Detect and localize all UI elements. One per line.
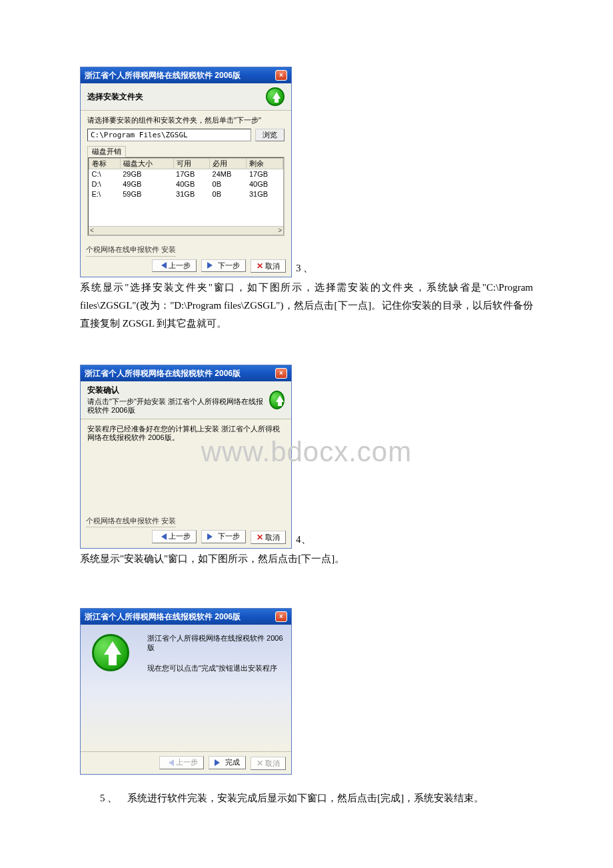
col-need: 必用 <box>210 158 247 169</box>
step3-text: 系统显示"选择安装文件夹"窗口，如下图所示，选择需安装的文件夹，系统缺省是"C:… <box>80 279 533 333</box>
disk-panel: 卷标 磁盘大小 可用 必用 剩余 C:\ 29GB 17GB 24MB <box>87 157 285 237</box>
next-button[interactable]: 下一步 <box>201 259 246 272</box>
dialog-footer: 上一步 完成 ✕取消 <box>81 751 291 774</box>
x-icon: ✕ <box>257 261 263 271</box>
x-icon: ✕ <box>257 533 263 542</box>
dialog-heading: 选择安装文件夹 <box>87 92 143 101</box>
dialog-body: 浙江省个人所得税网络在线报税软件 2006版 现在您可以点击"完成"按钮退出安装… <box>81 625 291 751</box>
dialog-subheading: 请点击"下一步"开始安装 浙江省个人所得税网络在线报税软件 2006版 <box>87 397 269 415</box>
scrollbar-stub[interactable]: <> <box>89 226 283 235</box>
dialog-body: 安装程序已经准备好在您的计算机上安装 浙江省个人所得税网络在线报税软件 2006… <box>81 419 291 513</box>
dialog-footer: 个税网络在线申报软件 安装 上一步 下一步 ✕取消 <box>81 241 291 277</box>
titlebar: 浙江省个人所得税网络在线报税软件 2006版 × <box>81 67 291 83</box>
footer-label: 个税网络在线申报软件 安装 <box>86 517 176 527</box>
col-size: 磁盘大小 <box>120 158 173 169</box>
installer-dialog-confirm: 浙江省个人所得税网络在线报税软件 2006版 × 安装确认 请点击"下一步"开始… <box>80 365 292 549</box>
cancel-button[interactable]: ✕取消 <box>251 259 286 273</box>
step4-number: 4、 <box>296 531 311 549</box>
dialog-header: 安装确认 请点击"下一步"开始安装 浙江省个人所得税网络在线报税软件 2006版 <box>81 381 291 419</box>
dialog-footer: 个税网络在线申报软件 安装 上一步 下一步 ✕取消 <box>81 513 291 548</box>
window-title: 浙江省个人所得税网络在线报税软件 2006版 <box>85 369 241 378</box>
installer-dialog-finish: 浙江省个人所得税网络在线报税软件 2006版 × 浙江省个人所得税网络在线报税软… <box>80 608 292 775</box>
step5-number: 5 、 <box>100 793 117 803</box>
close-icon[interactable]: × <box>275 611 287 622</box>
window-title: 浙江省个人所得税网络在线报税软件 2006版 <box>85 71 241 80</box>
table-row: E:\ 59GB 31GB 0B 31GB <box>89 189 283 199</box>
step3-number: 3 、 <box>296 259 313 277</box>
close-icon[interactable]: × <box>275 70 287 81</box>
step4-text: 系统显示"安装确认"窗口，如下图所示，然后点击[下一点]。 <box>80 550 533 568</box>
finish-line2: 现在您可以点击"完成"按钮退出安装程序 <box>147 664 285 673</box>
dialog-header: 选择安装文件夹 <box>81 83 291 111</box>
window-title: 浙江省个人所得税网络在线报税软件 2006版 <box>85 612 241 621</box>
install-path-input[interactable]: C:\Program Files\ZGSGL <box>87 129 251 141</box>
disk-fieldset-label: 磁盘开销 <box>87 146 126 157</box>
confirm-message: 安装程序已经准备好在您的计算机上安装 浙江省个人所得税网络在线报税软件 2006… <box>87 425 285 442</box>
dialog-heading: 安装确认 <box>87 385 269 395</box>
col-volume: 卷标 <box>89 158 121 169</box>
footer-label: 个税网络在线申报软件 安装 <box>86 245 176 256</box>
dialog-body: 请选择要安装的组件和安装文件夹，然后单击"下一步" C:\Program Fil… <box>81 111 291 241</box>
table-row: D:\ 49GB 40GB 0B 40GB <box>89 179 283 189</box>
chevron-left-icon <box>158 262 167 269</box>
arrow-up-icon <box>269 391 285 409</box>
arrow-up-icon <box>92 634 129 671</box>
step5-text: 5 、 系统进行软件完装，安装完成后显示如下窗口，然后点击[完成]，系统安装结束… <box>80 789 533 807</box>
chevron-left-icon <box>165 759 174 766</box>
chevron-left-icon <box>158 533 167 540</box>
prev-button: 上一步 <box>159 756 204 769</box>
col-remain: 剩余 <box>247 158 283 169</box>
next-button[interactable]: 下一步 <box>201 530 246 543</box>
x-icon: ✕ <box>257 759 263 768</box>
chevron-right-icon <box>207 533 216 540</box>
browse-button[interactable]: 浏览 <box>255 129 285 141</box>
chevron-right-icon <box>207 262 216 269</box>
col-avail: 可用 <box>173 158 209 169</box>
arrow-up-icon <box>266 87 285 106</box>
table-row: C:\ 29GB 17GB 24MB 17GB <box>89 169 283 179</box>
cancel-button: ✕取消 <box>251 757 286 770</box>
finish-line1: 浙江省个人所得税网络在线报税软件 2006版 <box>147 634 285 651</box>
finish-button[interactable]: 完成 <box>209 756 246 769</box>
disk-grid: 卷标 磁盘大小 可用 必用 剩余 C:\ 29GB 17GB 24MB <box>88 157 284 236</box>
installer-dialog-select-folder: 浙江省个人所得税网络在线报税软件 2006版 × 选择安装文件夹 请选择要安装的… <box>80 67 292 277</box>
prev-button[interactable]: 上一步 <box>152 530 197 543</box>
chevron-right-icon <box>215 759 223 766</box>
titlebar: 浙江省个人所得税网络在线报税软件 2006版 × <box>81 609 291 625</box>
close-icon[interactable]: × <box>275 368 287 379</box>
prev-button[interactable]: 上一步 <box>152 259 197 272</box>
titlebar: 浙江省个人所得税网络在线报税软件 2006版 × <box>81 365 291 381</box>
instruction-text: 请选择要安装的组件和安装文件夹，然后单击"下一步" <box>87 116 285 125</box>
cancel-button[interactable]: ✕取消 <box>251 531 286 544</box>
